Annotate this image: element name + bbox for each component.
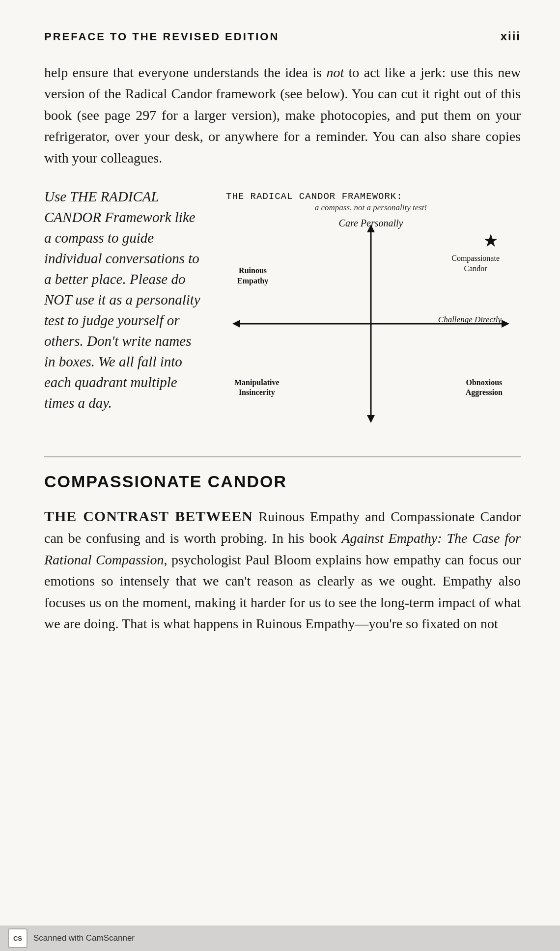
page: PREFACE TO THE REVISED EDITION xiii help… xyxy=(0,0,560,951)
italic-not: not xyxy=(326,65,344,80)
diagram-subtitle: a compass, not a personality test! xyxy=(226,203,516,213)
section-divider xyxy=(44,456,521,457)
contrast-paragraph: THE CONTRAST BETWEEN Ruinous Empathy and… xyxy=(44,505,521,634)
page-number: xiii xyxy=(501,29,521,43)
ruinous-empathy-label: RuinousEmpathy xyxy=(237,266,268,286)
compassionate-candor-label: CompassionateCandor xyxy=(451,253,500,274)
contrast-body: Ruinous Empathy and Compassionate Candor… xyxy=(44,509,521,631)
arrow-left-icon xyxy=(232,320,240,328)
header-title: PREFACE TO THE REVISED EDITION xyxy=(44,30,279,43)
book-title: Against Empathy: The Case for Rational C… xyxy=(44,531,521,567)
obnoxious-aggression-label: ObnoxiousAggression xyxy=(466,378,503,398)
intro-paragraph: help ensure that everyone understands th… xyxy=(44,62,521,168)
two-column-section: Use THE RADICAL CANDOR Framework like a … xyxy=(44,186,521,432)
scanner-text: Scanned with CamScanner xyxy=(33,933,135,943)
contrast-intro-caps: THE CONTRAST BETWEEN xyxy=(44,508,253,524)
use-title: Use THE RADICAL CANDOR Framework like a … xyxy=(44,186,201,414)
manipulative-insincerity-label: ManipulativeInsincerity xyxy=(234,378,280,398)
framework-diagram: THE RADICAL CANDOR FRAMEWORK: a compass,… xyxy=(221,186,521,432)
challenge-directly-label: Challenge Directly xyxy=(438,315,502,325)
scanner-bar: CS Scanned with CamScanner xyxy=(0,925,560,951)
star-icon: ★ xyxy=(483,230,499,251)
arrow-right-icon xyxy=(502,320,509,328)
care-personally-label: Care Personally xyxy=(339,218,403,231)
section-heading: COMPASSIONATE CANDOR xyxy=(44,472,521,491)
page-header: PREFACE TO THE REVISED EDITION xiii xyxy=(44,29,521,43)
left-column: Use THE RADICAL CANDOR Framework like a … xyxy=(44,186,201,414)
scanner-logo: CS xyxy=(8,928,28,948)
arrow-down-icon xyxy=(367,415,375,423)
right-column: THE RADICAL CANDOR FRAMEWORK: a compass,… xyxy=(221,186,521,432)
compass-area: ★ Care Personally Challenge Directly xyxy=(228,221,513,427)
diagram-title: THE RADICAL CANDOR FRAMEWORK: xyxy=(226,191,516,202)
use-text: Use THE RADICAL CANDOR Framework like a … xyxy=(44,189,200,411)
